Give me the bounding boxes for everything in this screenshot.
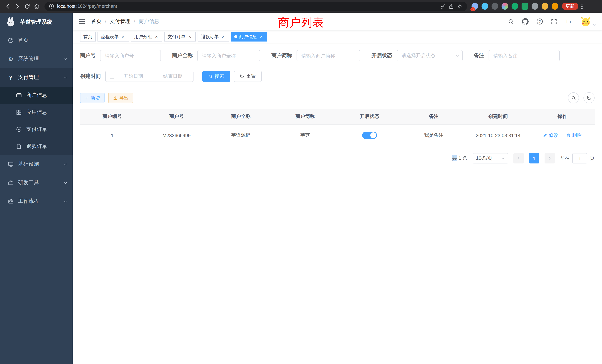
user-menu[interactable] (580, 16, 596, 27)
short-name-input[interactable] (297, 50, 360, 61)
table-row: 1 M233666999 芋道源码 芋艿 我是备注 2021-10-23 08:… (80, 124, 595, 146)
sidebar: 芋道管理系统 首页 ⚙ 系统管理 (0, 13, 73, 364)
col-merchant-id: 商户编号 (80, 109, 144, 124)
browser-update-button[interactable]: 更新 (562, 3, 578, 10)
page-number-button[interactable]: 1 (529, 153, 539, 163)
gear-icon: ⚙ (7, 56, 14, 62)
extension-icon[interactable] (542, 3, 548, 10)
browser-home-button[interactable] (32, 1, 42, 11)
extension-icon[interactable] (532, 3, 538, 10)
site-info-icon[interactable] (49, 4, 54, 9)
share-icon[interactable] (449, 3, 454, 9)
tab-payment-orders[interactable]: 支付订单 (164, 32, 196, 42)
goto-page-input[interactable] (572, 153, 587, 163)
extension-icon[interactable] (512, 3, 518, 10)
status-toggle[interactable] (362, 132, 377, 139)
browser-menu-icon[interactable] (581, 3, 583, 9)
sidebar-item-payment[interactable]: ¥ 支付管理 (0, 68, 73, 87)
short-name-label: 商户简称 (271, 52, 292, 59)
sidebar-item-infrastructure[interactable]: 基础设施 (0, 155, 73, 173)
edit-link[interactable]: 修改 (543, 132, 559, 139)
url-bar[interactable]: localhost :1024/pay/merchant (44, 2, 467, 11)
browser-reload-button[interactable] (22, 1, 32, 11)
cell-merchant-no: M233666999 (144, 124, 209, 146)
sidebar-item-refund-orders[interactable]: 退款订单 (0, 138, 73, 155)
add-button[interactable]: 新增 (80, 93, 105, 103)
export-button[interactable]: 导出 (108, 93, 133, 103)
delete-link[interactable]: 删除 (566, 132, 582, 139)
fullscreen-icon[interactable] (551, 18, 557, 25)
close-icon[interactable] (187, 34, 192, 39)
end-date-input[interactable]: 结束日期 (156, 73, 189, 80)
breadcrumb-home[interactable]: 首页 (91, 18, 102, 25)
top-navbar: 首页 支付管理 商户信息 ? (73, 13, 602, 30)
tab-label: 用户分组 (134, 33, 152, 40)
search-icon (208, 74, 213, 79)
status-label: 开启状态 (371, 52, 392, 59)
close-icon[interactable] (221, 34, 226, 39)
pagination-total: 共1条 (452, 155, 467, 162)
full-name-input[interactable] (197, 50, 260, 61)
extension-icon[interactable] (502, 3, 508, 10)
tab-user-group[interactable]: 用户分组 (131, 32, 162, 42)
help-icon[interactable]: ? (536, 18, 543, 25)
status-select[interactable]: 请选择开启状态 (397, 50, 463, 61)
caret-down-icon (592, 23, 596, 27)
hamburger-icon[interactable] (79, 19, 85, 24)
cell-status (337, 124, 402, 146)
svg-text:T: T (569, 20, 571, 24)
breadcrumb: 首页 支付管理 商户信息 (91, 18, 159, 25)
refresh-icon (240, 74, 244, 79)
sidebar-item-home[interactable]: 首页 (0, 31, 73, 50)
extension-icon[interactable]: 10 (472, 3, 478, 10)
sidebar-item-label: 首页 (18, 37, 29, 44)
close-icon[interactable] (154, 34, 159, 39)
sidebar-item-app-info[interactable]: 应用信息 (0, 104, 73, 121)
bookmark-star-icon[interactable] (457, 3, 463, 9)
browser-toolbar: localhost :1024/pay/merchant 10 (0, 0, 602, 13)
extension-icon[interactable] (522, 3, 528, 10)
browser-profile-avatar[interactable] (552, 3, 558, 10)
merchant-no-label: 商户号 (80, 52, 96, 59)
password-key-icon[interactable] (440, 3, 446, 9)
sidebar-item-dev-tools[interactable]: 研发工具 (0, 173, 73, 192)
col-short-name: 商户简称 (273, 109, 337, 124)
browser-forward-button[interactable] (13, 1, 22, 11)
next-page-button[interactable] (545, 153, 555, 163)
tab-home[interactable]: 首页 (80, 32, 96, 42)
remark-input[interactable] (489, 50, 560, 61)
toggle-search-button[interactable] (568, 92, 579, 103)
app-logo[interactable]: 芋道管理系统 (0, 13, 73, 31)
close-icon[interactable] (259, 34, 264, 39)
start-date-input[interactable]: 开始日期 (117, 73, 150, 80)
prev-page-button[interactable] (513, 153, 524, 163)
sidebar-item-workflow[interactable]: 工作流程 (0, 192, 73, 211)
col-merchant-no: 商户号 (144, 109, 209, 124)
sidebar-item-payment-orders[interactable]: 支付订单 (0, 121, 73, 138)
create-time-range-picker[interactable]: 开始日期 - 结束日期 (105, 71, 194, 82)
trash-icon (566, 133, 571, 138)
search-icon[interactable] (508, 18, 514, 25)
tab-refund-orders[interactable]: 退款订单 (198, 32, 229, 42)
merchant-no-input[interactable] (100, 50, 161, 61)
close-icon[interactable] (120, 34, 126, 39)
chevron-down-icon (63, 162, 67, 166)
tab-merchant-info[interactable]: 商户信息 (231, 32, 267, 42)
breadcrumb-payment[interactable]: 支付管理 (102, 18, 130, 25)
github-icon[interactable] (522, 18, 529, 25)
reset-button[interactable]: 重置 (234, 71, 262, 82)
tab-process-form[interactable]: 流程表单 (97, 32, 129, 42)
avatar (580, 16, 591, 27)
font-size-icon[interactable]: TT (565, 19, 572, 24)
extension-badge: 10 (470, 7, 475, 11)
sidebar-item-system[interactable]: ⚙ 系统管理 (0, 50, 73, 68)
page-size-select[interactable]: 10条/页 (473, 153, 508, 163)
browser-back-button[interactable] (3, 1, 13, 11)
sidebar-item-merchant-info[interactable]: 商户信息 (0, 87, 73, 104)
col-remark: 备注 (402, 109, 466, 124)
refresh-table-button[interactable] (583, 92, 595, 103)
search-button[interactable]: 搜索 (202, 71, 230, 82)
extension-icon[interactable] (492, 3, 498, 10)
cell-merchant-id: 1 (80, 124, 144, 146)
extension-icon[interactable] (482, 3, 488, 10)
